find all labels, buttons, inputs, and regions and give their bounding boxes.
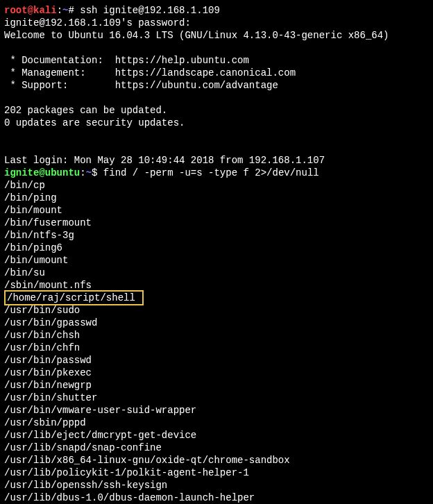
- password-prompt: ignite@192.168.1.109's password:: [4, 17, 429, 29]
- prompt-sep: :: [57, 5, 62, 16]
- command-text: find / -perm -u=s -type f 2>/dev/null: [97, 167, 319, 178]
- pkg-line1: 202 packages can be updated.: [4, 104, 429, 117]
- blank-line: [4, 42, 429, 54]
- blank-line: [4, 129, 429, 142]
- result-line: /bin/cp: [4, 179, 429, 192]
- prompt-line-ignite: ignite@ubuntu:~$ find / -perm -u=s -type…: [4, 167, 429, 179]
- result-line: /bin/ping: [4, 192, 429, 204]
- terminal-output: root@kali:~# ssh ignite@192.168.1.109 ig…: [4, 4, 429, 504]
- result-line: /usr/lib/dbus-1.0/dbus-daemon-launch-hel…: [4, 492, 429, 504]
- prompt-path: ~: [86, 167, 92, 178]
- blank-line: [4, 92, 429, 104]
- result-line: /bin/su: [4, 267, 429, 279]
- lastlogin-line: Last login: Mon May 28 10:49:44 2018 fro…: [4, 154, 429, 167]
- result-line: /usr/lib/x86_64-linux-gnu/oxide-qt/chrom…: [4, 454, 429, 467]
- result-line: /usr/lib/snapd/snap-confine: [4, 442, 429, 454]
- result-line: /usr/bin/sudo: [4, 304, 429, 317]
- result-line: /usr/bin/shutter: [4, 392, 429, 404]
- welcome-line: Welcome to Ubuntu 16.04.3 LTS (GNU/Linux…: [4, 29, 429, 42]
- result-line: /bin/umount: [4, 254, 429, 267]
- prompt-sep: :: [80, 167, 85, 178]
- result-line: /usr/bin/passwd: [4, 354, 429, 367]
- prompt-line-root: root@kali:~# ssh ignite@192.168.1.109: [4, 4, 429, 17]
- result-line: /bin/mount: [4, 204, 429, 217]
- result-list: /usr/bin/sudo/usr/bin/gpasswd/usr/bin/ch…: [4, 304, 429, 504]
- result-line: /bin/ping6: [4, 242, 429, 254]
- result-list: /bin/cp/bin/ping/bin/mount/bin/fusermoun…: [4, 179, 429, 292]
- result-line: /usr/sbin/pppd: [4, 417, 429, 429]
- result-line: /usr/lib/eject/dmcrypt-get-device: [4, 429, 429, 442]
- result-line: /usr/bin/newgrp: [4, 379, 429, 392]
- result-line: /usr/lib/policykit-1/polkit-agent-helper…: [4, 467, 429, 479]
- result-highlighted: /home/raj/script/shell: [4, 292, 429, 304]
- prompt-user: ignite@ubuntu: [4, 167, 80, 178]
- result-line: /usr/bin/chfn: [4, 342, 429, 354]
- highlight-box: /home/raj/script/shell: [4, 290, 144, 305]
- result-line: /bin/fusermount: [4, 217, 429, 229]
- result-line: /usr/lib/openssh/ssh-keysign: [4, 479, 429, 492]
- prompt-user: root@kali: [4, 5, 57, 16]
- result-line: /usr/bin/gpasswd: [4, 317, 429, 329]
- blank-line: [4, 142, 429, 154]
- doc-line: * Documentation: https://help.ubuntu.com: [4, 54, 429, 67]
- result-line: /usr/bin/chsh: [4, 329, 429, 342]
- result-line: /bin/ntfs-3g: [4, 229, 429, 242]
- support-line: * Support: https://ubuntu.com/advantage: [4, 79, 429, 92]
- command-text: ssh ignite@192.168.1.109: [74, 5, 220, 16]
- result-line: /usr/bin/vmware-user-suid-wrapper: [4, 404, 429, 417]
- result-line: /usr/bin/pkexec: [4, 367, 429, 379]
- prompt-symbol: #: [68, 5, 74, 16]
- mgmt-line: * Management: https://landscape.canonica…: [4, 67, 429, 79]
- pkg-line2: 0 updates are security updates.: [4, 117, 429, 129]
